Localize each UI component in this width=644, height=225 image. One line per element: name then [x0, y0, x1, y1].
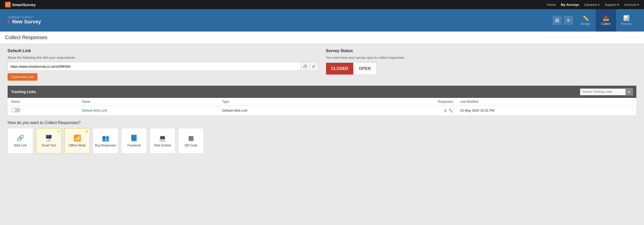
- status-open-button[interactable]: OPEN: [353, 63, 376, 74]
- design-icon: ✏️: [583, 15, 589, 21]
- survey-status-heading: Survey Status: [326, 49, 636, 53]
- row-link-name[interactable]: Default Web Link: [82, 109, 107, 112]
- collect-option-buy-responses[interactable]: 👥Buy Responses: [93, 128, 118, 154]
- facebook-icon: 📘: [130, 134, 138, 142]
- offline-mode-new-badge: ⭐: [85, 130, 88, 133]
- collect-options-grid: 🔗Web Link🖥️Email Tool⭐📶Offline Mode⭐👥Buy…: [8, 128, 636, 154]
- collect-option-facebook[interactable]: 📘Facebook: [121, 128, 147, 154]
- web-embed-label: Web Embed: [154, 144, 171, 147]
- sections-row: Default Link Share the following link wi…: [8, 49, 636, 81]
- collect-option-email-tool-wrapper: 🖥️Email Tool⭐: [36, 128, 61, 154]
- collect-option-buy-responses-wrapper: 👥Buy Responses: [93, 128, 118, 154]
- tracking-search-button[interactable]: [626, 88, 633, 95]
- tab-results[interactable]: 📊 Results: [616, 9, 636, 32]
- app-logo[interactable]: ✓ SmartSurvey: [5, 2, 36, 7]
- tab-design[interactable]: ✏️ Design: [575, 9, 596, 32]
- collect-option-web-embed-wrapper: 💻Web Embed: [150, 128, 175, 154]
- svg-point-1: [568, 20, 569, 21]
- link-input-row: [8, 62, 318, 71]
- col-status: Status: [8, 98, 78, 106]
- email-tool-icon: 🖥️: [45, 134, 53, 142]
- col-type: Type: [219, 98, 359, 106]
- web-embed-icon: 💻: [159, 134, 166, 142]
- preview-button[interactable]: [553, 16, 562, 25]
- default-link-description: Share the following link with your respo…: [8, 56, 318, 59]
- top-navigation: ✓ SmartSurvey Home My Surveys Libraries …: [0, 0, 644, 9]
- page-content: Collect Responses Default Link Share the…: [0, 32, 644, 225]
- status-toggle: CLOSED OPEN: [326, 63, 377, 75]
- collect-option-web-link[interactable]: 🔗Web Link: [8, 128, 33, 154]
- svg-rect-2: [304, 66, 306, 68]
- survey-status-dot: [8, 21, 10, 23]
- tracking-links-title: Tracking Links: [11, 90, 36, 94]
- tracking-search: [580, 88, 633, 95]
- nav-links: Home My Surveys Libraries ▾ Support ▾ Ac…: [547, 3, 639, 7]
- survey-header: CURRENT SURVEY: New Survey ✏️ Design 📤 C…: [0, 9, 644, 32]
- tracking-search-input[interactable]: [580, 88, 626, 95]
- facebook-label: Facebook: [127, 144, 141, 147]
- col-last-modified: Last Modified: [457, 98, 636, 106]
- open-link-button[interactable]: [310, 62, 318, 71]
- svg-point-3: [628, 91, 630, 93]
- default-link-section: Default Link Share the following link wi…: [8, 49, 318, 81]
- row-name: Default Web Link: [78, 106, 219, 115]
- col-name: Name: [78, 98, 219, 106]
- nav-my-surveys[interactable]: My Surveys: [561, 3, 579, 7]
- nav-libraries[interactable]: Libraries ▾: [584, 3, 600, 7]
- survey-open-link[interactable]: open: [366, 56, 374, 59]
- nav-home[interactable]: Home: [547, 3, 556, 7]
- survey-status-description: You must have your survey open to collec…: [326, 56, 636, 59]
- collect-options-section: How do you want to Collect Responses? 🔗W…: [8, 121, 636, 154]
- row-type: Default Web Link: [219, 106, 359, 115]
- row-last-modified: 23 May 2024 16:31 PM: [457, 106, 636, 115]
- buy-responses-icon: 👥: [102, 134, 109, 142]
- email-tool-label: Email Tool: [42, 144, 56, 147]
- qr-code-icon: ▦: [188, 134, 194, 142]
- collect-option-web-link-wrapper: 🔗Web Link: [8, 128, 33, 154]
- tracking-links-header: Tracking Links: [8, 86, 636, 98]
- row-status: [8, 106, 78, 115]
- tab-collect[interactable]: 📤 Collect: [596, 9, 616, 32]
- survey-status-section: Survey Status You must have your survey …: [326, 49, 636, 81]
- table-row: Default Web Link Default Web Link 0 ✏️ 2…: [8, 106, 636, 115]
- current-survey-label: CURRENT SURVEY:: [8, 16, 41, 19]
- page-title: Collect Responses: [0, 32, 644, 43]
- row-edit-icon[interactable]: ✏️: [449, 109, 453, 113]
- tracking-table: Status Name Type Responses Last Modified…: [8, 98, 636, 115]
- toolbar-tabs: ✏️ Design 📤 Collect 📊 Results: [575, 9, 636, 32]
- collect-icon: 📤: [603, 15, 609, 21]
- survey-title-area: CURRENT SURVEY: New Survey: [8, 16, 41, 25]
- collect-option-qr-code[interactable]: ▦QR Code: [178, 128, 204, 154]
- web-link-label: Web Link: [14, 144, 27, 147]
- buy-responses-label: Buy Responses: [95, 144, 116, 147]
- offline-mode-label: Offline Mode: [69, 144, 86, 147]
- settings-button[interactable]: [564, 16, 573, 25]
- collect-option-offline-mode[interactable]: 📶Offline Mode⭐: [65, 128, 90, 154]
- row-responses: 0 ✏️: [359, 106, 457, 115]
- collect-option-email-tool[interactable]: 🖥️Email Tool⭐: [36, 128, 61, 154]
- nav-account[interactable]: Account ▾: [624, 3, 639, 7]
- col-responses: Responses: [359, 98, 457, 106]
- survey-actions: [553, 16, 573, 25]
- logo-icon: ✓: [5, 2, 11, 7]
- link-input[interactable]: [8, 62, 301, 71]
- default-link-heading: Default Link: [8, 49, 318, 53]
- tracking-links-panel: Tracking Links Status Name Type Response…: [8, 86, 636, 115]
- collect-options-heading: How do you want to Collect Responses?: [8, 121, 636, 125]
- nav-support[interactable]: Support ▾: [605, 3, 619, 7]
- collect-option-qr-code-wrapper: ▦QR Code: [178, 128, 204, 154]
- results-icon: 📊: [623, 15, 630, 21]
- qr-code-label: QR Code: [185, 144, 197, 147]
- status-closed-button[interactable]: CLOSED: [326, 63, 353, 74]
- customise-link-button[interactable]: Customise Link: [8, 73, 37, 81]
- survey-name: New Survey: [8, 19, 41, 25]
- offline-mode-icon: 📶: [73, 134, 81, 142]
- email-tool-new-badge: ⭐: [57, 130, 60, 133]
- web-link-icon: 🔗: [17, 134, 24, 142]
- collect-option-web-embed[interactable]: 💻Web Embed: [150, 128, 175, 154]
- collect-option-facebook-wrapper: 📘Facebook: [121, 128, 147, 154]
- collect-option-offline-mode-wrapper: 📶Offline Mode⭐: [65, 128, 90, 154]
- row-toggle[interactable]: [11, 108, 20, 112]
- app-name: SmartSurvey: [12, 3, 36, 7]
- copy-link-button[interactable]: [301, 62, 310, 71]
